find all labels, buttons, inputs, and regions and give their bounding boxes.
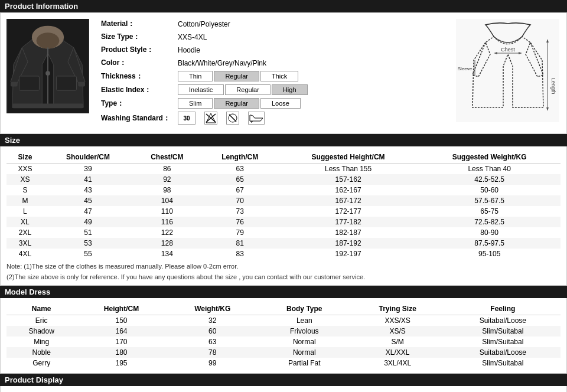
model-dress-header: Model Dress [0, 286, 567, 298]
model-dress-table: Name Height/CM Weight/KG Body Type Tryin… [6, 303, 561, 368]
table-row: 2XL5112279182-18780-90 [6, 227, 561, 238]
model-table-header-row: Name Height/CM Weight/KG Body Type Tryin… [6, 303, 561, 315]
svg-point-2 [37, 32, 60, 48]
size-note-1: Note: (1)The size of the clothes is meas… [6, 263, 561, 270]
thickness-regular: Regular [214, 71, 259, 81]
svg-text:Length: Length [550, 78, 556, 94]
svg-rect-5 [78, 82, 85, 87]
thickness-row: Thickness： Thin Regular Thick [101, 71, 448, 81]
product-display-header: Product Display [0, 374, 567, 386]
svg-rect-4 [11, 82, 18, 87]
elastic-high: High [272, 84, 308, 95]
col-body-type: Body Type [259, 303, 350, 315]
thickness-label: Thickness： [101, 71, 178, 81]
no-bleach-icon [204, 112, 217, 125]
wash-30-icon: 30 [178, 112, 195, 125]
type-slim: Slim [178, 98, 213, 109]
col-weight: Suggested Weight/KG [418, 151, 561, 164]
no-tumble-icon [226, 112, 239, 125]
product-display-section [0, 386, 567, 392]
col-length: Length/CM [202, 151, 278, 164]
size-type-value: XXS-4XL [178, 33, 207, 41]
size-note-2: (2)The size above is only for reference.… [6, 273, 561, 280]
type-bar: Slim Regular Loose [178, 98, 301, 109]
table-row: Gerry19599Partial Fat3XL/4XLSlim/Suitaba… [6, 358, 561, 368]
jacket-image [6, 19, 89, 113]
table-row: Eric15032LeanXXS/XSSuitabal/Loose [6, 315, 561, 326]
col-size: Size [6, 151, 44, 164]
size-table-header-row: Size Shoulder/CM Chest/CM Length/CM Sugg… [6, 151, 561, 164]
table-row: XS419265157-16242.5-52.5 [6, 174, 561, 185]
col-chest: Chest/CM [132, 151, 202, 164]
elastic-bar: Inelastic Regular High [178, 84, 308, 95]
elastic-label: Elastic Index： [101, 85, 178, 95]
washing-label: Washing Standard： [101, 113, 178, 123]
color-row: Color： Black/White/Grey/Navy/Pink [101, 58, 448, 68]
elastic-row: Elastic Index： Inelastic Regular High [101, 84, 448, 95]
type-loose: Loose [260, 98, 301, 109]
size-header: Size [0, 134, 567, 146]
table-row: Ming17063NormalS/MSlim/Suitabal [6, 337, 561, 347]
model-dress-section: Name Height/CM Weight/KG Body Type Tryin… [0, 298, 567, 374]
svg-point-9 [45, 71, 50, 76]
col-height: Suggested Height/CM [278, 151, 419, 164]
product-details: Material： Cotton/Polyester Size Type： XX… [95, 19, 448, 128]
table-row: 3XL5312881187-19287.5-97.5 [6, 238, 561, 249]
thickness-thin: Thin [178, 71, 213, 81]
table-row: M4510470167-17257.5-67.5 [6, 195, 561, 206]
svg-text:Chest: Chest [501, 47, 515, 53]
thickness-bar: Thin Regular Thick [178, 71, 298, 81]
svg-line-15 [229, 115, 236, 122]
material-value: Cotton/Polyester [178, 20, 230, 28]
table-row: Noble18078NormalXL/XXLSuitabal/Loose [6, 347, 561, 358]
size-section: Size Shoulder/CM Chest/CM Length/CM Sugg… [0, 146, 567, 286]
table-row: 4XL5513483192-19795-105 [6, 249, 561, 259]
product-style-value: Hoodie [178, 46, 200, 54]
svg-text:Sleeve: Sleeve [457, 66, 472, 71]
table-row: S439867162-16750-60 [6, 185, 561, 195]
color-value: Black/White/Grey/Navy/Pink [178, 59, 266, 67]
col-shoulder: Shoulder/CM [44, 151, 132, 164]
type-label: Type： [101, 99, 178, 109]
svg-rect-8 [57, 76, 77, 90]
product-info-section: Material： Cotton/Polyester Size Type： XX… [0, 12, 567, 134]
table-row: XL4911676177-18272.5-82.5 [6, 217, 561, 227]
thickness-thick: Thick [260, 71, 298, 81]
svg-rect-6 [12, 104, 83, 109]
iron-icon [248, 112, 265, 125]
size-table: Size Shoulder/CM Chest/CM Length/CM Sugg… [6, 151, 561, 259]
col-name: Name [6, 303, 76, 315]
col-weight: Weight/KG [167, 303, 259, 315]
type-row: Type： Slim Regular Loose [101, 98, 448, 109]
elastic-regular: Regular [225, 84, 271, 95]
table-row: XXS398663Less Than 155Less Than 40 [6, 164, 561, 175]
washing-icons: 30 [178, 112, 265, 125]
product-diagram: Chest Length Sleeve [454, 19, 561, 122]
material-row: Material： Cotton/Polyester [101, 19, 448, 29]
elastic-inelastic: Inelastic [178, 84, 224, 95]
color-label: Color： [101, 58, 178, 68]
type-regular: Regular [214, 98, 259, 109]
size-type-label: Size Type： [101, 32, 178, 42]
material-label: Material： [101, 19, 178, 29]
col-height: Height/CM [76, 303, 166, 315]
washing-row: Washing Standard： 30 [101, 112, 448, 125]
svg-rect-7 [19, 76, 40, 90]
col-trying-size: Trying Size [350, 303, 445, 315]
product-style-label: Product Style： [101, 45, 178, 55]
product-style-row: Product Style： Hoodie [101, 45, 448, 55]
table-row: L4711073172-17765-75 [6, 206, 561, 217]
product-info-header: Product Information [0, 0, 567, 12]
size-type-row: Size Type： XXS-4XL [101, 32, 448, 42]
col-feeling: Feeling [445, 303, 561, 315]
table-row: Shadow16460FrivolousXS/SSlim/Suitabal [6, 326, 561, 337]
